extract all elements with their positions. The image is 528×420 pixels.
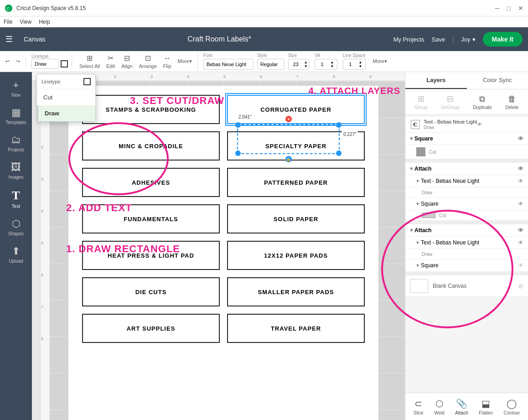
layer-header-square-top[interactable]: ▾ Square 👁 (405, 133, 528, 145)
size-down-button[interactable]: ▼ (304, 64, 308, 68)
sidebar-item-text[interactable]: T Text (0, 185, 32, 213)
layer-item-text-top[interactable]: C Text - Bebas Neue Light Draw 👁 (405, 117, 528, 133)
attach2-text-eye-icon[interactable]: 👁 (518, 239, 523, 246)
linespace-down-button[interactable]: ▼ (359, 64, 362, 68)
attach-button[interactable]: 📎 Attach (455, 398, 468, 415)
flip-button[interactable]: ↔ Flip (161, 53, 173, 70)
align-button[interactable]: ⊟ Align (119, 53, 134, 70)
tab-layers[interactable]: Layers (405, 72, 467, 89)
label-patterned-paper[interactable]: PATTERNED PAPER (227, 168, 365, 197)
window-controls[interactable]: ─ □ ✕ (495, 5, 523, 12)
sidebar-item-images[interactable]: 🖼 Images (0, 158, 32, 183)
attach1-square-header[interactable]: ▾ Square 👁 (405, 198, 528, 210)
layer-item-attach2-text[interactable]: Draw (405, 249, 528, 259)
attach2-eye-icon[interactable]: 👁 (518, 227, 523, 233)
panel-toolbar: ⊞ Group ⊟ UnGroup ⧉ Duplicate 🗑 Delete (405, 89, 528, 115)
user-menu-button[interactable]: Joy ▾ (461, 36, 475, 43)
sidebar-item-images-label: Images (9, 175, 24, 180)
attach1-text-header[interactable]: ▾ Text - Bebas Neue Light 👁 (405, 175, 528, 187)
attach1-text-eye-icon[interactable]: 👁 (518, 178, 523, 184)
group-button[interactable]: ⊞ Group (411, 92, 431, 112)
expand-icon: ▾ (410, 135, 413, 142)
font-input[interactable] (203, 59, 254, 70)
attach1-text-info: Draw (422, 190, 432, 195)
attach2-sq-expand-icon: ▾ (416, 262, 419, 269)
sidebar-item-shapes[interactable]: ⬡ Shapes (0, 214, 32, 240)
sidebar-item-templates[interactable]: ▦ Templates (0, 103, 32, 129)
va-down-button[interactable]: ▼ (331, 64, 334, 68)
label-travel-paper[interactable]: TRAVEL PAPER (227, 314, 365, 343)
more2-button[interactable]: More▾ (371, 57, 389, 65)
canvas-area[interactable]: 0 1 2 3 4 5 6 7 8 9 1 2 3 4 5 6 7 8 (32, 72, 405, 420)
label-12x12-paper-pads[interactable]: 12X12 PAPER PADS (227, 241, 365, 270)
undo-button[interactable]: ↩ (4, 57, 11, 65)
attach1-text-sub: Draw (422, 190, 432, 195)
edit-button[interactable]: ✂ Edit (104, 53, 117, 70)
more-button[interactable]: More▾ (176, 57, 194, 65)
size-input[interactable] (289, 59, 303, 69)
project-title[interactable]: Craft Room Labels* (52, 35, 386, 43)
linespace-up-button[interactable]: ▲ (359, 60, 362, 64)
sidebar-item-projects[interactable]: 🗂 Projects (0, 130, 32, 156)
label-heat-press[interactable]: HEAT PRESS & LIGHT PAD (82, 241, 220, 270)
contour-button[interactable]: ◯ Contour (504, 398, 520, 415)
weld-button[interactable]: ⬡ Weld (434, 398, 445, 415)
menu-help[interactable]: Help (39, 19, 50, 25)
layer-item-square-top[interactable]: Cut (405, 145, 528, 159)
arrange-button[interactable]: ⊡ Arrange (137, 53, 159, 70)
va-input[interactable] (315, 59, 330, 69)
hamburger-menu-icon[interactable]: ☰ (5, 34, 13, 44)
square-eye-icon[interactable]: 👁 (518, 135, 523, 142)
select-all-button[interactable]: ⊞ Select All (78, 53, 102, 70)
delete-button[interactable]: 🗑 Delete (502, 93, 522, 112)
linetype-color-swatch[interactable] (61, 60, 68, 67)
label-smaller-paper-pads[interactable]: SMALLER PAPER PADS (227, 277, 365, 306)
blank-canvas-item[interactable]: Blank Canvas ⊘ (405, 275, 528, 297)
linetype-option-cut[interactable]: Cut (37, 89, 95, 105)
va-up-button[interactable]: ▲ (331, 60, 334, 64)
flatten-button[interactable]: ⬓ Flatten (479, 398, 493, 415)
attach1-text-expand-icon: ▾ (416, 178, 419, 184)
linetype-option-draw[interactable]: Draw (37, 105, 95, 121)
menu-file[interactable]: File (4, 19, 12, 25)
line-space-input[interactable] (343, 59, 358, 69)
attach1-eye-icon[interactable]: 👁 (518, 166, 523, 172)
close-button[interactable]: ✕ (518, 5, 523, 12)
my-projects-button[interactable]: My Projects (393, 36, 424, 43)
duplicate-button[interactable]: ⧉ Duplicate (469, 93, 496, 112)
slice-button[interactable]: ⊂ Slice (414, 398, 424, 415)
label-art-supplies[interactable]: ART SUPPLIES (82, 314, 220, 343)
size-up-button[interactable]: ▲ (304, 60, 308, 64)
menu-view[interactable]: View (20, 19, 31, 25)
label-die-cuts[interactable]: DIE CUTS (82, 277, 220, 306)
save-button[interactable]: Save (432, 36, 445, 43)
attach2-expand-icon: ▾ (410, 227, 413, 233)
label-solid-paper[interactable]: SOLID PAPER (227, 204, 365, 233)
sidebar-item-new[interactable]: + New (0, 76, 32, 101)
attach2-square-header[interactable]: ▾ Square 👁 (405, 259, 528, 272)
sidebar-item-upload[interactable]: ⬆ Upload (0, 242, 32, 267)
attach1-sq-eye-icon[interactable]: 👁 (518, 201, 523, 207)
ungroup-button[interactable]: ⊟ UnGroup (437, 92, 463, 112)
label-minc-cropadile[interactable]: MINC & CROPADILE (82, 131, 220, 161)
label-stamps-scrapbooking[interactable]: STAMPS & SCRAPBOOKING (82, 95, 220, 124)
slice-label: Slice (414, 410, 424, 415)
attach2-text-header[interactable]: ▾ Text - Bebas Neue Light 👁 (405, 237, 528, 249)
minimize-button[interactable]: ─ (495, 5, 500, 12)
layer-text-top-eye-icon[interactable]: 👁 (477, 121, 482, 128)
label-adhesives[interactable]: ADHESIVES (82, 168, 220, 197)
attach-group-1-header[interactable]: ▾ Attach 👁 (405, 163, 528, 175)
tab-color-sync[interactable]: Color Sync (467, 72, 528, 89)
redo-button[interactable]: ↪ (14, 57, 22, 65)
make-it-button[interactable]: Make It (483, 32, 523, 47)
linetype-swatch-icon[interactable] (83, 78, 91, 85)
attach2-sq-eye-icon[interactable]: 👁 (518, 262, 523, 269)
label-fundamentals[interactable]: FUNDAMENTALS (82, 204, 220, 233)
blank-canvas-eye-icon[interactable]: ⊘ (518, 282, 523, 290)
style-input[interactable] (257, 59, 285, 70)
layer-item-attach1-text[interactable]: Draw (405, 187, 528, 198)
layer-item-attach1-square[interactable]: Cut (405, 210, 528, 221)
attach-group-2-header[interactable]: ▾ Attach 👁 (405, 224, 528, 237)
linetype-dropdown[interactable]: Draw (31, 59, 59, 69)
maximize-button[interactable]: □ (507, 5, 511, 12)
